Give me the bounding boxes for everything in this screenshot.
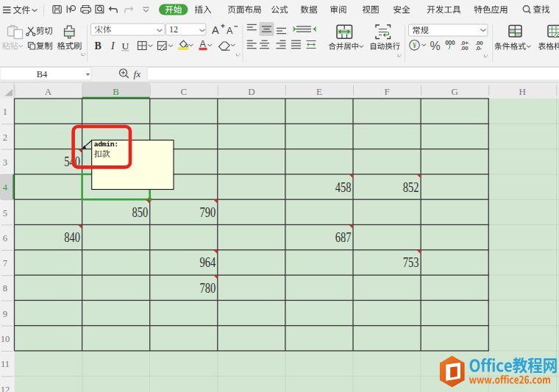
svg-text:¥: ¥ <box>413 41 417 49</box>
svg-text:B: B <box>95 40 102 51</box>
svg-text:E: E <box>316 86 322 97</box>
svg-text:A: A <box>227 26 233 36</box>
svg-text:A: A <box>200 39 207 49</box>
svg-text:840: 840 <box>64 230 80 245</box>
svg-text:9: 9 <box>3 309 7 319</box>
svg-text:fx: fx <box>134 68 141 79</box>
svg-text:6: 6 <box>3 233 7 243</box>
svg-text:964: 964 <box>200 255 216 270</box>
svg-text:C: C <box>180 86 187 97</box>
svg-text:10: 10 <box>1 334 10 344</box>
svg-text:780: 780 <box>200 281 216 296</box>
svg-text:790: 790 <box>200 205 216 220</box>
svg-text:852: 852 <box>403 180 419 195</box>
svg-text:F: F <box>384 86 389 97</box>
svg-text:.0-: .0- <box>476 45 483 51</box>
svg-text:12: 12 <box>1 385 10 392</box>
svg-text:%: % <box>430 40 441 52</box>
svg-text:687: 687 <box>335 230 352 245</box>
svg-text:458: 458 <box>335 180 352 195</box>
svg-text:H: H <box>519 86 526 97</box>
svg-text:B: B <box>113 86 119 97</box>
svg-text:3: 3 <box>3 157 7 168</box>
svg-text:1: 1 <box>3 107 7 117</box>
svg-text:D: D <box>248 86 254 97</box>
svg-text:8: 8 <box>3 283 7 293</box>
svg-text:U: U <box>122 40 129 51</box>
svg-text:7: 7 <box>3 258 7 268</box>
svg-text:850: 850 <box>132 205 148 220</box>
svg-text:G: G <box>451 86 457 97</box>
svg-text:000: 000 <box>445 39 455 46</box>
svg-text:A: A <box>212 24 219 36</box>
svg-text:A: A <box>45 86 52 97</box>
svg-text:4: 4 <box>3 182 8 193</box>
svg-text:753: 753 <box>403 255 419 270</box>
svg-text:12: 12 <box>169 24 178 35</box>
svg-text:5: 5 <box>3 208 7 218</box>
svg-text:.00: .00 <box>460 45 469 51</box>
svg-text:11: 11 <box>1 359 10 369</box>
svg-text:2: 2 <box>3 132 7 143</box>
svg-text:B4: B4 <box>37 69 48 79</box>
svg-text:admin:: admin: <box>94 140 118 149</box>
